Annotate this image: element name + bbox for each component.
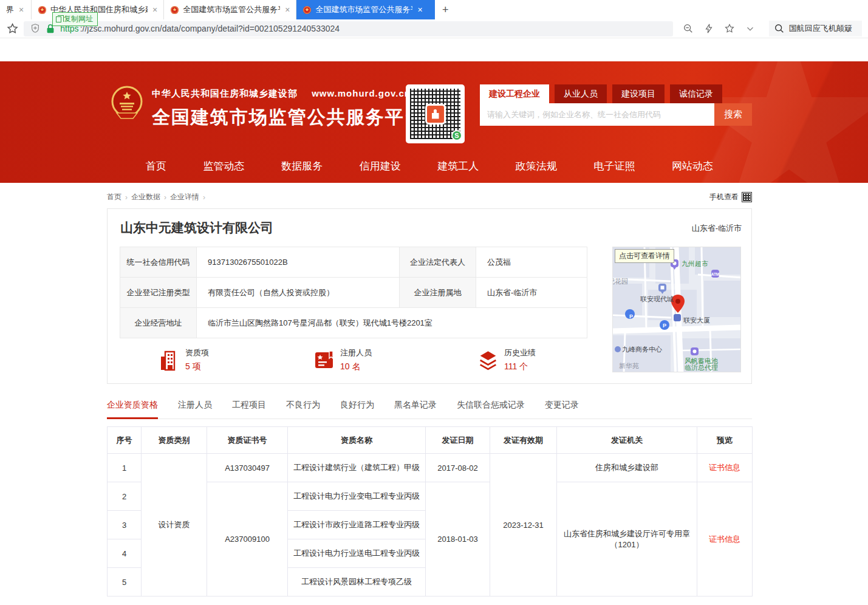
search-tab-personnel[interactable]: 从业人员 — [555, 84, 607, 103]
stat-label: 注册人员 — [340, 347, 372, 358]
favorite-star-icon[interactable] — [724, 23, 735, 34]
bookmark-star-icon[interactable] — [6, 22, 19, 35]
registration-type-value: 有限责任公司（自然人投资或控股） — [197, 278, 400, 308]
mobile-qr-icon[interactable] — [742, 192, 752, 202]
ministry-url: www.mohurd.gov.cn — [312, 88, 411, 98]
copy-url-tooltip: 复制网址 — [52, 12, 98, 26]
ministry-name: 中华人民共和国住房和城乡建设部 — [152, 88, 298, 98]
table-row: 1 设计资质 A137030497 工程设计建筑行业（建筑工程）甲级 2017-… — [108, 454, 753, 482]
tab-changes[interactable]: 变更记录 — [545, 400, 579, 419]
browser-tab-active[interactable]: 全国建筑市场监管公共服务平台 × — [296, 0, 435, 19]
tab-registered-staff[interactable]: 注册人员 — [178, 400, 212, 419]
field-label: 企业注册属地 — [400, 278, 476, 308]
certificate-icon — [314, 349, 334, 371]
keyword-search-input[interactable] — [480, 103, 714, 126]
nav-item-news[interactable]: 网站动态 — [672, 159, 713, 173]
browser-tab-1[interactable]: 中华人民共和国住房和城乡建设 × — [32, 0, 164, 19]
cell-issue-date: 2017-08-02 — [426, 454, 490, 482]
breadcrumb-company-data[interactable]: 企业数据 — [131, 192, 160, 202]
tab-bad-behavior[interactable]: 不良行为 — [286, 400, 320, 419]
national-emblem-icon — [109, 84, 145, 122]
qr-code: S — [410, 89, 460, 139]
search-tab-project[interactable]: 建设项目 — [612, 84, 665, 103]
search-tab-enterprise[interactable]: 建设工程企业 — [480, 84, 549, 103]
tab-projects[interactable]: 工程项目 — [232, 400, 266, 419]
browser-action-icons — [683, 23, 756, 34]
certificate-info-link[interactable]: 证书信息 — [709, 535, 740, 544]
location-map[interactable]: P P ATM 点击可查看详情 九州超市 纪花园 联安现代城 联安大厦 九峰商务… — [612, 247, 741, 372]
stat-past-performance[interactable]: 历史业绩 111 个 — [478, 347, 536, 372]
tab-title: 界 — [6, 4, 14, 15]
certificate-info-link[interactable]: 证书信息 — [709, 463, 740, 472]
nav-item-home[interactable]: 首页 — [146, 159, 166, 173]
layers-icon — [478, 349, 498, 371]
col-header-preview: 预览 — [697, 427, 753, 454]
map-label-garden: 纪花园 — [612, 277, 628, 286]
shield-plus-icon[interactable] — [30, 23, 41, 34]
cell-name: 工程设计建筑行业（建筑工程）甲级 — [288, 454, 426, 482]
zoom-out-icon[interactable] — [683, 23, 694, 34]
browser-tab-0[interactable]: 界 × — [0, 0, 32, 19]
copy-tooltip-label: 复制网址 — [64, 14, 93, 24]
close-icon[interactable]: × — [285, 5, 290, 15]
cell-category: 设计资质 — [142, 454, 207, 596]
field-label: 企业法定代表人 — [400, 247, 476, 278]
breadcrumb-separator: › — [164, 193, 166, 202]
quick-search-box[interactable]: 国航回应飞机颠簸 — [769, 21, 862, 36]
stat-registered-staff[interactable]: 注册人员 10 名 — [314, 347, 372, 372]
cell-no: 5 — [108, 568, 142, 596]
nav-item-policy[interactable]: 政策法规 — [516, 159, 557, 173]
col-header-valid-until: 发证有效期 — [490, 427, 557, 454]
chevron-down-icon[interactable] — [745, 23, 756, 34]
breadcrumb-home[interactable]: 首页 — [107, 192, 121, 202]
company-card: 山东中元建筑设计有限公司 山东省-临沂市 统一社会信用代码 9137130267… — [107, 208, 752, 384]
map-label-xinhua: 新华苑 — [619, 361, 639, 371]
col-header-cert-no: 资质证书号 — [207, 427, 288, 454]
company-info-table: 统一社会信用代码 91371302675501022B 企业法定代表人 公茂福 … — [120, 247, 587, 338]
cell-no: 1 — [108, 454, 142, 482]
main-nav: 首页 监管动态 数据服务 信用建设 建筑工人 政策法规 电子证照 网站动态 — [107, 149, 752, 183]
tab-qualifications[interactable]: 企业资质资格 — [107, 400, 158, 419]
business-address-value: 临沂市兰山区陶然路107号星河晶都（联安）现代城1号楼2201室 — [197, 308, 587, 338]
emblem-favicon-icon — [302, 5, 312, 15]
quick-search-text: 国航回应飞机颠簸 — [789, 23, 852, 34]
close-icon[interactable]: × — [152, 5, 157, 15]
new-tab-button[interactable]: + — [435, 0, 456, 19]
tab-dishonesty[interactable]: 失信联合惩戒记录 — [457, 400, 525, 419]
search-button[interactable]: 搜索 — [714, 103, 752, 126]
stat-label: 历史业绩 — [504, 347, 536, 358]
nav-item-credit[interactable]: 信用建设 — [360, 159, 401, 173]
nav-item-license[interactable]: 电子证照 — [593, 159, 635, 173]
close-icon[interactable]: × — [417, 5, 422, 15]
map-label-jiufeng: 九峰商务中心 — [622, 345, 662, 354]
breadcrumb-separator: › — [125, 193, 128, 202]
map-tooltip: 点击可查看详情 — [615, 249, 674, 263]
close-icon[interactable]: × — [19, 5, 24, 15]
table-row: 企业登记注册类型 有限责任公司（自然人投资或控股） 企业注册属地 山东省-临沂市 — [120, 278, 587, 308]
stat-qualifications[interactable]: 资质项 5 项 — [159, 347, 209, 372]
url-text: ://jzsc.mohurd.gov.cn/data/company/detai… — [80, 24, 340, 33]
svg-text:ATM: ATM — [711, 272, 720, 276]
tab-blacklist[interactable]: 黑名单记录 — [394, 400, 437, 419]
qualification-table: 序号 资质类别 资质证书号 资质名称 发证日期 发证有效期 发证机关 预览 1 … — [107, 426, 753, 596]
legal-person-value: 公茂福 — [476, 247, 587, 278]
cell-no: 2 — [108, 482, 142, 511]
search-tab-credit[interactable]: 诚信记录 — [670, 84, 722, 103]
field-label: 企业登记注册类型 — [120, 278, 197, 308]
lightning-icon[interactable] — [703, 23, 714, 34]
nav-item-workers[interactable]: 建筑工人 — [437, 159, 479, 173]
nav-item-data-service[interactable]: 数据服务 — [281, 159, 323, 173]
breadcrumb: 首页 › 企业数据 › 企业详情 › 手机查看 — [107, 192, 752, 202]
svg-text:P: P — [629, 313, 633, 320]
cell-authority: 山东省住房和城乡建设厅许可专用章（1201） — [557, 482, 697, 596]
copy-icon — [56, 16, 61, 22]
site-header: 中华人民共和国住房和城乡建设部 www.mohurd.gov.cn 全国建筑市场… — [0, 61, 868, 183]
browser-url-row: https ://jzsc.mohurd.gov.cn/data/company… — [0, 19, 868, 38]
building-icon — [159, 349, 179, 371]
tab-good-behavior[interactable]: 良好行为 — [340, 400, 374, 419]
browser-tab-2[interactable]: 全国建筑市场监管公共服务平台 × — [164, 0, 296, 19]
url-bar[interactable]: https ://jzsc.mohurd.gov.cn/data/company… — [24, 21, 673, 36]
nav-item-supervision[interactable]: 监管动态 — [203, 159, 245, 173]
breadcrumb-company-detail[interactable]: 企业详情 — [170, 192, 199, 202]
table-row: 统一社会信用代码 91371302675501022B 企业法定代表人 公茂福 — [120, 247, 587, 278]
